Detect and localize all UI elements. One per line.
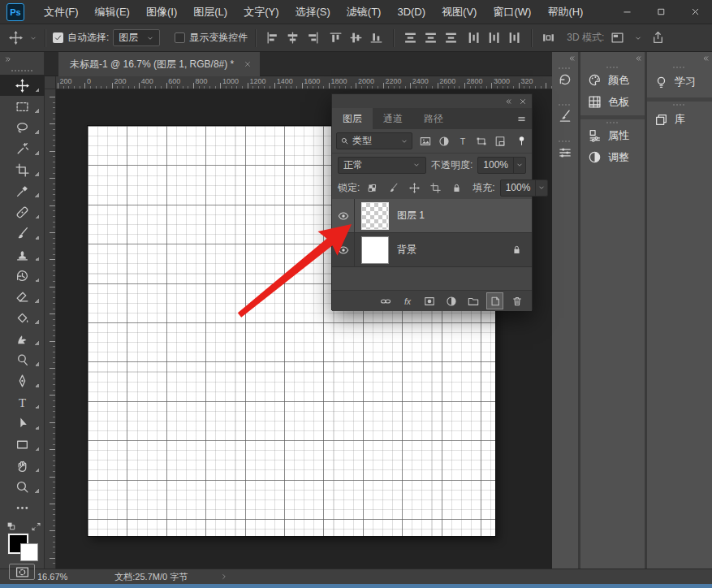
menu-item-7[interactable]: 3D(D): [389, 0, 434, 24]
window-close-button[interactable]: [678, 0, 712, 24]
panel-tab-路径[interactable]: 路径: [413, 108, 454, 129]
layer-thumbnail[interactable]: [361, 236, 389, 264]
dist-middle-button[interactable]: [505, 28, 524, 47]
zoom-level[interactable]: 16.67%: [37, 572, 67, 582]
panel-tab-图层[interactable]: 图层: [332, 108, 373, 129]
menu-item-6[interactable]: 滤镜(T): [339, 0, 390, 24]
dist-middle-button[interactable]: [485, 28, 503, 47]
lock-brush-button[interactable]: [386, 180, 401, 196]
tool-hand[interactable]: [0, 455, 45, 476]
tool-ellipsis[interactable]: [0, 497, 45, 518]
chevron-down-icon[interactable]: [513, 158, 525, 173]
filter-type-button[interactable]: T: [455, 133, 470, 149]
filter-image-button[interactable]: [417, 133, 433, 149]
trash-button[interactable]: [509, 293, 524, 309]
lock-move-button[interactable]: [407, 180, 422, 196]
tool-lasso[interactable]: [0, 117, 45, 138]
menu-item-5[interactable]: 选择(S): [287, 0, 338, 24]
show-transform-checkbox[interactable]: [175, 32, 185, 43]
tool-crop[interactable]: [0, 159, 45, 180]
document-tab[interactable]: 未标题-1 @ 16.7% (图层 1, RGB/8#) *: [58, 52, 260, 76]
close-tab-icon[interactable]: [244, 60, 252, 68]
menu-item-2[interactable]: 图像(I): [138, 0, 185, 24]
panel-button-bulb[interactable]: 学习: [647, 69, 712, 95]
menu-item-9[interactable]: 窗口(W): [485, 0, 539, 24]
dist-middle-button[interactable]: [464, 28, 483, 47]
panel-tab-通道[interactable]: 通道: [373, 108, 413, 129]
tool-stamp[interactable]: [0, 244, 45, 265]
horizontal-ruler[interactable]: 2000200400600800100012001400160018002000…: [56, 76, 552, 89]
current-tool-icon[interactable]: [6, 28, 25, 47]
filter-shape-path-button[interactable]: [473, 133, 489, 149]
tool-preset-chevron-icon[interactable]: [29, 34, 37, 42]
dock-collapse[interactable]: [580, 52, 645, 64]
panel-button-tool-presets[interactable]: [552, 137, 578, 174]
lock-crop-button[interactable]: [428, 180, 443, 196]
tool-smudge[interactable]: [0, 328, 45, 349]
collapse-panel-icon[interactable]: [4, 55, 12, 63]
menu-item-10[interactable]: 帮助(H): [539, 0, 591, 24]
new-layer-button[interactable]: [487, 293, 503, 309]
tool-shape[interactable]: [0, 434, 45, 455]
layer-visibility-toggle[interactable]: [332, 199, 355, 232]
layer-row-背景[interactable]: 背景: [332, 233, 532, 267]
filter-smart-object-button[interactable]: [492, 133, 507, 149]
layer-visibility-toggle[interactable]: [332, 233, 355, 266]
layer-row-图层 1[interactable]: 图层 1: [332, 199, 532, 233]
tool-heal[interactable]: [0, 201, 45, 223]
chevron-down-button[interactable]: [628, 28, 647, 47]
menu-item-1[interactable]: 编辑(E): [87, 0, 138, 24]
tool-path-select[interactable]: [0, 413, 45, 434]
tool-type[interactable]: T: [0, 391, 45, 413]
default-colors-icon[interactable]: [6, 521, 17, 532]
tool-brush[interactable]: [0, 223, 45, 244]
close-panel-icon[interactable]: [519, 97, 527, 106]
layer-thumbnail[interactable]: [361, 202, 389, 230]
panel-button-brush-settings[interactable]: [552, 101, 578, 137]
menu-item-3[interactable]: 图层(L): [185, 0, 235, 24]
filter-pin-toggle[interactable]: [516, 136, 528, 146]
quick-mask-button[interactable]: [9, 564, 35, 580]
align-right-button[interactable]: [304, 28, 322, 47]
background-color-swatch[interactable]: [20, 543, 38, 561]
tool-wand[interactable]: [0, 138, 45, 159]
chevron-down-icon[interactable]: [535, 180, 547, 196]
dist-spacing-button[interactable]: [539, 28, 558, 47]
tool-pen[interactable]: [0, 370, 45, 391]
dock-collapse[interactable]: [647, 52, 712, 64]
tool-eyedropper[interactable]: [0, 180, 45, 201]
mask-button[interactable]: [421, 293, 437, 309]
panel-button-swatch-grid[interactable]: 色板: [580, 91, 645, 113]
tool-zoom[interactable]: [0, 476, 45, 497]
tool-marquee[interactable]: [0, 96, 45, 117]
panel-button-half-circle[interactable]: 调整: [580, 146, 645, 168]
status-options-chevron-icon[interactable]: [220, 573, 228, 581]
align-bottom-button[interactable]: [367, 28, 386, 47]
align-middle-button[interactable]: [347, 28, 365, 47]
menu-item-8[interactable]: 视图(V): [434, 0, 485, 24]
align-left-button[interactable]: [263, 28, 282, 47]
menu-item-0[interactable]: 文件(F): [36, 0, 87, 24]
fx-button[interactable]: fx: [399, 293, 415, 309]
fill-input[interactable]: 100%: [500, 179, 549, 197]
half-circle-button[interactable]: [443, 293, 459, 309]
dist-top-button[interactable]: [421, 28, 440, 47]
panel-button-library[interactable]: 库: [647, 106, 712, 132]
link-button[interactable]: [378, 293, 393, 309]
panel-button-properties[interactable]: 属性: [580, 124, 645, 146]
window-minimize-button[interactable]: [610, 0, 644, 24]
lock-checker-button[interactable]: [365, 180, 380, 196]
dist-top-button[interactable]: [401, 28, 420, 47]
auto-select-target-dropdown[interactable]: 图层: [113, 29, 160, 46]
align-top-button[interactable]: [326, 28, 345, 47]
filter-type-dropdown[interactable]: 类型: [336, 132, 412, 149]
panel-button-palette[interactable]: 颜色: [580, 69, 645, 91]
collapse-panel-icon[interactable]: [504, 97, 512, 106]
panel-button-history[interactable]: [552, 64, 578, 101]
tool-dodge[interactable]: [0, 349, 45, 370]
share-button[interactable]: [649, 28, 667, 47]
blend-mode-dropdown[interactable]: 正常: [338, 157, 426, 174]
tool-history-brush[interactable]: [0, 265, 45, 286]
panel-menu-icon[interactable]: [516, 108, 532, 129]
tool-bucket[interactable]: [0, 307, 45, 328]
